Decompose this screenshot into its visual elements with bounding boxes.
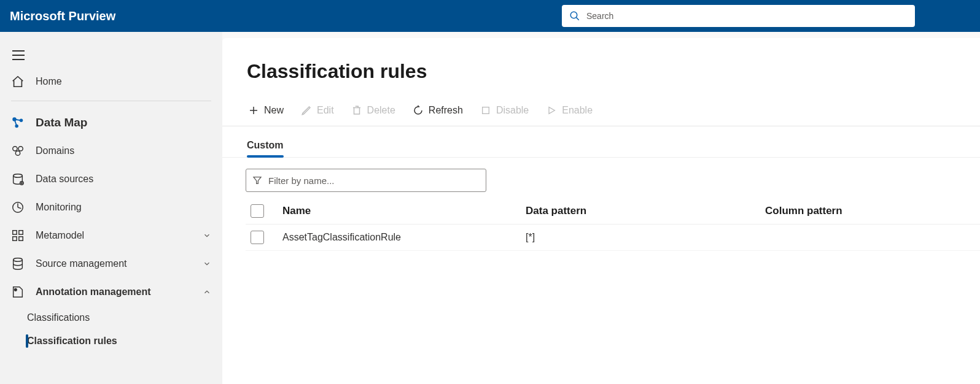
chevron-down-icon bbox=[203, 231, 211, 240]
sidebar-subitem-classification-rules[interactable]: Classification rules bbox=[0, 329, 222, 353]
datamap-icon bbox=[11, 116, 25, 129]
edit-button: Edit bbox=[300, 102, 335, 118]
sidebar-item-label: Annotation management bbox=[36, 286, 151, 298]
svg-point-8 bbox=[18, 147, 23, 151]
filter-box[interactable] bbox=[246, 169, 486, 192]
svg-rect-15 bbox=[13, 237, 17, 240]
svg-marker-23 bbox=[254, 177, 261, 184]
sidebar-item-datasources[interactable]: Data sources bbox=[0, 165, 222, 193]
column-header-name[interactable]: Name bbox=[280, 205, 526, 217]
table-header: Name Data pattern Column pattern bbox=[246, 198, 980, 225]
svg-rect-21 bbox=[483, 107, 489, 114]
trash-icon bbox=[351, 105, 362, 116]
svg-point-7 bbox=[13, 147, 17, 151]
sidebar-item-sourcemgmt[interactable]: Source management bbox=[0, 250, 222, 278]
sidebar-item-label: Data sources bbox=[36, 174, 93, 185]
sidebar-item-label: Metamodel bbox=[36, 230, 84, 241]
sidebar-subitem-classifications[interactable]: Classifications bbox=[0, 306, 222, 329]
sidebar-subitem-label: Classifications bbox=[27, 312, 90, 323]
column-header-datapattern[interactable]: Data pattern bbox=[526, 205, 765, 217]
datasource-icon bbox=[11, 172, 25, 186]
search-wrap bbox=[562, 5, 915, 27]
row-checkbox[interactable] bbox=[251, 231, 264, 244]
main-content: Classification rules New Edit Delete bbox=[222, 38, 980, 384]
table-row[interactable]: AssetTagClassificationRule [*] bbox=[246, 225, 980, 251]
sidebar-item-annotation[interactable]: Annotation management bbox=[0, 278, 222, 306]
rules-table: Name Data pattern Column pattern AssetTa… bbox=[246, 198, 980, 251]
chevron-up-icon bbox=[203, 288, 211, 296]
sidebar-item-label: Home bbox=[36, 76, 62, 87]
svg-line-1 bbox=[577, 18, 579, 20]
refresh-button[interactable]: Refresh bbox=[411, 102, 464, 118]
sidebar-item-metamodel[interactable]: Metamodel bbox=[0, 221, 222, 250]
svg-point-0 bbox=[570, 12, 577, 18]
sourcemgmt-icon bbox=[11, 257, 25, 271]
new-button[interactable]: New bbox=[247, 102, 285, 118]
sidebar-item-domains[interactable]: Domains bbox=[0, 137, 222, 165]
search-icon bbox=[569, 10, 580, 21]
sidebar-subitem-label: Classification rules bbox=[27, 336, 117, 347]
button-label: Disable bbox=[496, 105, 529, 116]
search-box[interactable] bbox=[562, 5, 915, 27]
delete-button: Delete bbox=[350, 102, 397, 118]
svg-marker-22 bbox=[549, 107, 554, 114]
sidebar-item-home[interactable]: Home bbox=[0, 67, 222, 96]
page-title: Classification rules bbox=[222, 60, 980, 88]
domains-icon bbox=[11, 144, 25, 158]
annotation-icon bbox=[11, 285, 25, 299]
svg-rect-16 bbox=[19, 237, 23, 240]
button-label: Delete bbox=[367, 105, 395, 116]
search-input[interactable] bbox=[586, 11, 908, 21]
svg-point-10 bbox=[14, 174, 23, 178]
home-icon bbox=[11, 75, 25, 88]
button-label: Edit bbox=[317, 105, 334, 116]
filter-icon bbox=[252, 175, 262, 185]
select-all-checkbox[interactable] bbox=[251, 204, 264, 218]
app-header: Microsoft Purview bbox=[0, 0, 980, 32]
sidebar-item-monitoring[interactable]: Monitoring bbox=[0, 193, 222, 221]
filter-input[interactable] bbox=[268, 175, 480, 186]
sidebar: Home Data Map Domains bbox=[0, 32, 222, 384]
svg-point-9 bbox=[15, 151, 20, 155]
sidebar-item-label: Monitoring bbox=[36, 202, 82, 213]
app-title: Microsoft Purview bbox=[10, 9, 115, 23]
svg-point-18 bbox=[15, 289, 17, 291]
sidebar-section-datamap[interactable]: Data Map bbox=[0, 106, 222, 137]
button-label: Refresh bbox=[429, 105, 463, 116]
square-icon bbox=[480, 105, 491, 116]
sidebar-item-label: Domains bbox=[36, 145, 74, 156]
toolbar: New Edit Delete Refresh bbox=[222, 88, 980, 126]
button-label: Enable bbox=[562, 105, 593, 116]
svg-point-17 bbox=[14, 258, 23, 262]
sidebar-item-label: Source management bbox=[36, 258, 127, 269]
monitoring-icon bbox=[11, 201, 25, 214]
plus-icon bbox=[248, 105, 259, 116]
cell-name[interactable]: AssetTagClassificationRule bbox=[280, 232, 526, 243]
hamburger-icon[interactable] bbox=[12, 50, 25, 60]
divider bbox=[11, 101, 211, 101]
metamodel-icon bbox=[11, 229, 25, 242]
play-icon bbox=[546, 105, 557, 116]
tab-label: Custom bbox=[247, 140, 284, 150]
cell-datapattern: [*] bbox=[526, 232, 765, 243]
disable-button: Disable bbox=[479, 102, 530, 118]
enable-button: Enable bbox=[545, 102, 594, 118]
sidebar-section-label: Data Map bbox=[36, 116, 87, 129]
chevron-down-icon bbox=[203, 259, 211, 268]
tab-custom[interactable]: Custom bbox=[247, 136, 284, 157]
column-header-columnpattern[interactable]: Column pattern bbox=[765, 205, 980, 217]
svg-rect-14 bbox=[19, 231, 23, 234]
button-label: New bbox=[264, 105, 284, 116]
tabs: Custom bbox=[222, 126, 980, 158]
pencil-icon bbox=[301, 105, 312, 116]
refresh-icon bbox=[413, 105, 424, 116]
svg-rect-13 bbox=[13, 231, 17, 234]
